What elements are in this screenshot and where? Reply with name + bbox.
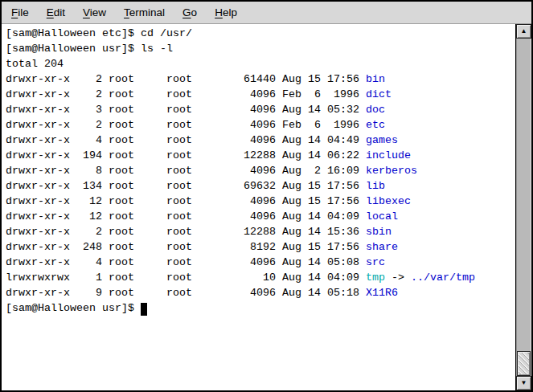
terminal-screen[interactable]: [sam@Halloween etc]$ cd /usr/ [sam@Hallo… [2, 24, 516, 390]
file-name: X11R6 [366, 287, 398, 299]
file-attrs: drwxr-xr-x 4 root root 4096 Aug 14 05:08 [6, 256, 366, 268]
terminal-window: File Edit View Terminal Go Help [sam@Hal… [0, 0, 533, 392]
file-name: share [366, 241, 398, 253]
menu-file-label: File [11, 6, 29, 18]
menu-bar: File Edit View Terminal Go Help [2, 2, 531, 24]
file-attrs: drwxr-xr-x 12 root root 4096 Aug 14 04:0… [6, 210, 366, 223]
file-attrs: drwxr-xr-x 134 root root 69632 Aug 15 17… [6, 180, 366, 192]
file-row: drwxr-xr-x 9 root root 4096 Aug 14 05:18… [6, 285, 515, 300]
menu-help-label: Help [215, 6, 237, 18]
file-row-symlink: lrwxrwxrwx 1 root root 10 Aug 14 04:09 t… [6, 270, 515, 285]
file-row: drwxr-xr-x 2 root root 4096 Feb 6 1996 e… [6, 117, 515, 133]
menu-terminal[interactable]: Terminal [115, 2, 174, 23]
prompt-line: [sam@Halloween usr]$ [6, 300, 515, 316]
file-name: tmp [366, 272, 385, 284]
file-attrs: drwxr-xr-x 3 root root 4096 Aug 14 05:32 [6, 104, 366, 116]
menu-go-label: Go [182, 6, 197, 18]
symlink-target: ../var/tmp [411, 272, 475, 284]
menu-view[interactable]: View [74, 2, 115, 23]
menu-terminal-label: Terminal [124, 6, 165, 18]
file-attrs: drwxr-xr-x 2 root root 4096 Feb 6 1996 [6, 119, 366, 131]
scroll-down-button[interactable]: ▼ [516, 376, 531, 390]
menu-edit-label: Edit [47, 6, 65, 18]
file-row: drwxr-xr-x 12 root root 4096 Aug 15 17:5… [6, 194, 515, 209]
file-row: drwxr-xr-x 134 root root 69632 Aug 15 17… [6, 178, 515, 194]
file-attrs: drwxr-xr-x 4 root root 4096 Aug 14 04:49 [6, 134, 366, 146]
menu-go[interactable]: Go [174, 2, 206, 23]
terminal-line: total 204 [6, 56, 515, 71]
file-attrs: drwxr-xr-x 194 root root 12288 Aug 14 06… [6, 149, 366, 161]
file-row: drwxr-xr-x 2 root root 61440 Aug 15 17:5… [6, 71, 515, 87]
menu-edit[interactable]: Edit [38, 2, 74, 23]
file-attrs: lrwxrwxrwx 1 root root 10 Aug 14 04:09 [6, 272, 366, 284]
file-name: etc [366, 119, 385, 131]
file-row: drwxr-xr-x 2 root root 4096 Feb 6 1996 d… [6, 87, 515, 102]
file-name: sbin [366, 226, 392, 238]
file-name: local [366, 210, 398, 223]
file-attrs: drwxr-xr-x 12 root root 4096 Aug 15 17:5… [6, 195, 366, 207]
file-name: dict [366, 88, 392, 100]
terminal-line: [sam@Halloween usr]$ ls -l [6, 41, 515, 56]
file-name: libexec [366, 195, 411, 207]
file-attrs: drwxr-xr-x 8 root root 4096 Aug 2 16:09 [6, 165, 366, 177]
file-row: drwxr-xr-x 4 root root 4096 Aug 14 04:49… [6, 133, 515, 148]
file-row: drwxr-xr-x 3 root root 4096 Aug 14 05:32… [6, 102, 515, 117]
file-name: include [366, 149, 411, 161]
file-row: drwxr-xr-x 248 root root 8192 Aug 15 17:… [6, 239, 515, 255]
menu-file[interactable]: File [2, 2, 38, 23]
terminal-line: [sam@Halloween etc]$ cd /usr/ [6, 26, 515, 41]
file-attrs: drwxr-xr-x 248 root root 8192 Aug 15 17:… [6, 241, 366, 253]
scrollbar[interactable]: ▲ ▼ [516, 24, 531, 390]
scrollbar-thumb[interactable] [517, 351, 531, 376]
file-row: drwxr-xr-x 194 root root 12288 Aug 14 06… [6, 148, 515, 163]
scroll-down-icon: ▼ [521, 380, 527, 386]
file-name: games [366, 134, 398, 146]
file-name: doc [366, 104, 385, 116]
file-attrs: drwxr-xr-x 2 root root 12288 Aug 14 15:3… [6, 226, 366, 238]
menu-help[interactable]: Help [206, 2, 246, 23]
file-attrs: drwxr-xr-x 9 root root 4096 Aug 14 05:18 [6, 287, 366, 299]
scroll-up-button[interactable]: ▲ [516, 24, 531, 39]
file-attrs: drwxr-xr-x 2 root root 4096 Feb 6 1996 [6, 88, 366, 100]
file-row: drwxr-xr-x 4 root root 4096 Aug 14 05:08… [6, 255, 515, 270]
prompt-text: [sam@Halloween usr]$ [6, 302, 141, 314]
text-cursor [141, 303, 147, 316]
file-name: lib [366, 180, 385, 192]
symlink-arrow: -> [385, 272, 411, 284]
file-name: kerberos [366, 165, 417, 177]
file-attrs: drwxr-xr-x 2 root root 61440 Aug 15 17:5… [6, 73, 366, 85]
file-row: drwxr-xr-x 12 root root 4096 Aug 14 04:0… [6, 209, 515, 224]
menu-view-label: View [83, 6, 106, 18]
scrollbar-track[interactable] [516, 39, 531, 376]
file-name: bin [366, 73, 385, 85]
file-row: drwxr-xr-x 8 root root 4096 Aug 2 16:09 … [6, 163, 515, 178]
file-row: drwxr-xr-x 2 root root 12288 Aug 14 15:3… [6, 224, 515, 239]
file-name: src [366, 256, 385, 268]
scroll-up-icon: ▲ [521, 28, 527, 35]
